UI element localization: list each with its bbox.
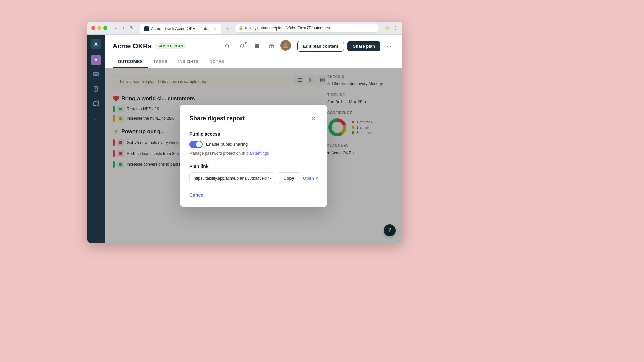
tab-favicon	[144, 26, 149, 31]
password-hint: Manage password protection in plan setti…	[189, 151, 318, 156]
modal-overlay: Share digest report ✕ Public access Enab…	[105, 68, 402, 243]
edit-plan-button[interactable]: Edit plan content	[297, 41, 344, 52]
sidebar-item-docs[interactable]	[90, 83, 102, 95]
minimize-button[interactable]	[97, 26, 101, 30]
plan-link-title: Plan link	[189, 164, 318, 169]
bookmark-icon[interactable]: ⭐	[384, 25, 390, 31]
more-options-button[interactable]: ···	[384, 41, 394, 51]
browser-tab[interactable]: Acme | Track Acme OKRs | Tab... ×	[140, 24, 221, 34]
toggle-row: Enable public sharing	[189, 141, 318, 148]
tab-notes[interactable]: NOTES	[204, 56, 229, 68]
tab-insights[interactable]: INSIGHTS	[173, 56, 204, 68]
new-tab-button[interactable]: +	[224, 24, 232, 33]
url-text: tability.app/acme/plans/v8dxuf3exr7P/out…	[245, 26, 375, 31]
public-access-title: Public access	[189, 131, 318, 137]
gift-button[interactable]	[266, 40, 278, 52]
sample-badge: SAMPLE PLAN	[155, 43, 186, 49]
plan-link-section: Plan link Copy Open ↗	[189, 164, 318, 184]
close-button[interactable]	[91, 26, 95, 30]
app-logo[interactable]	[91, 39, 101, 49]
sidebar-item-inbox[interactable]	[90, 68, 102, 80]
header-top: Acme OKRs SAMPLE PLAN	[113, 40, 394, 52]
traffic-lights	[91, 26, 107, 30]
workspace-avatar[interactable]: A	[91, 55, 101, 65]
address-bar[interactable]: 🔒 tability.app/acme/plans/v8dxuf3exr7P/o…	[234, 24, 379, 33]
back-button[interactable]: ‹	[113, 25, 119, 31]
nav-tabs: OUTCOMES TASKS INSIGHTS NOTES	[113, 56, 394, 68]
notification-dot	[244, 41, 247, 44]
tab-tasks[interactable]: TASKS	[148, 56, 173, 68]
cancel-button[interactable]: Cancel	[189, 192, 205, 198]
svg-point-6	[255, 46, 257, 48]
open-button[interactable]: Open ↗	[303, 176, 318, 181]
modal-title: Share digest report	[189, 115, 245, 122]
share-digest-modal: Share digest report ✕ Public access Enab…	[180, 105, 327, 207]
tab-close-button[interactable]: ×	[212, 26, 217, 31]
header-icons	[221, 40, 291, 52]
svg-text:#: #	[94, 116, 97, 121]
header-actions: Edit plan content Share plan ···	[221, 40, 394, 52]
browser-navigation: ‹ › ↻	[113, 25, 135, 31]
integrations-button[interactable]	[251, 40, 263, 52]
svg-point-5	[257, 44, 259, 46]
plan-title: Acme OKRs	[113, 42, 152, 50]
svg-point-7	[257, 46, 259, 48]
browser-window: ‹ › ↻ Acme | Track Acme OKRs | Tab... × …	[87, 22, 402, 243]
refresh-button[interactable]: ↻	[129, 25, 135, 31]
browser-titlebar: ‹ › ↻ Acme | Track Acme OKRs | Tab... × …	[87, 22, 402, 35]
sidebar-item-tags[interactable]: #	[90, 112, 102, 124]
tab-title: Acme | Track Acme OKRs | Tab...	[151, 26, 210, 31]
menu-icon[interactable]: ⋮	[392, 25, 398, 31]
tab-outcomes[interactable]: OUTCOMES	[113, 56, 148, 68]
public-sharing-toggle[interactable]	[189, 141, 203, 148]
main-header: Acme OKRs SAMPLE PLAN	[105, 35, 402, 68]
forward-button[interactable]: ›	[121, 25, 127, 31]
modal-footer: Cancel	[189, 192, 318, 198]
public-access-section: Public access Enable public sharing Mana…	[189, 131, 318, 156]
plan-link-input[interactable]	[189, 172, 275, 184]
browser-actions: ⭐ ⋮	[384, 25, 398, 31]
lock-icon: 🔒	[239, 26, 243, 30]
app-container: A #	[87, 35, 402, 243]
modal-close-button[interactable]: ✕	[309, 114, 318, 123]
link-row: Copy Open ↗	[189, 172, 318, 184]
maximize-button[interactable]	[103, 26, 107, 30]
copy-button[interactable]: Copy	[278, 172, 300, 184]
main-content: Acme OKRs SAMPLE PLAN	[105, 35, 402, 243]
user-avatar[interactable]	[280, 40, 291, 51]
toggle-label: Enable public sharing	[206, 142, 248, 147]
modal-header: Share digest report ✕	[189, 114, 318, 123]
svg-point-10	[285, 43, 287, 46]
plan-title-area: Acme OKRs SAMPLE PLAN	[113, 42, 186, 50]
plan-settings-link[interactable]: plan settings	[246, 151, 269, 156]
share-plan-button[interactable]: Share plan	[347, 41, 380, 51]
sidebar-item-map[interactable]	[90, 98, 102, 110]
main-body: This is a sample plan! Data shown is sam…	[105, 68, 402, 243]
svg-point-4	[255, 44, 257, 46]
sidebar: A #	[87, 35, 105, 243]
notification-button[interactable]	[236, 40, 248, 52]
search-button[interactable]	[221, 40, 233, 52]
